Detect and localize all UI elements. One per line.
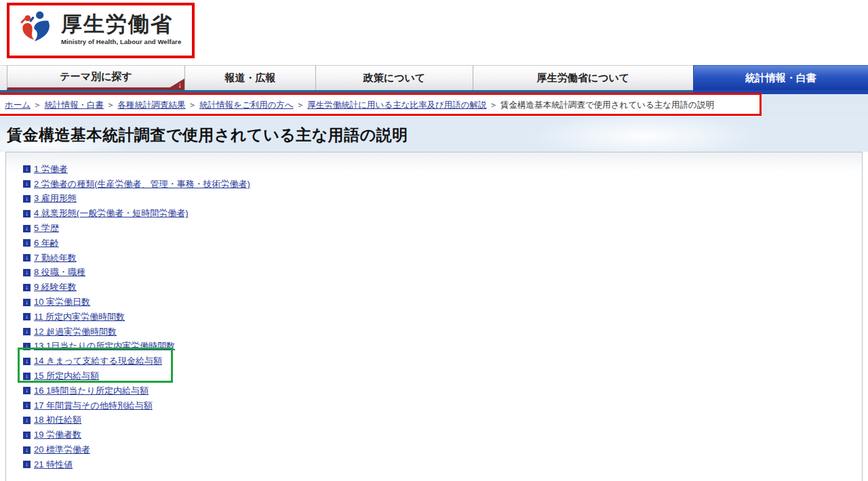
nav-tab-row: テーマ別に探す ↓ 報道・広報 ↓ 政策について ↓ [0,65,868,90]
term-link[interactable]: 19 労働者数 [34,429,81,441]
term-item: ↓ 4 就業形態(一般労働者・短時間労働者) [23,206,862,221]
nav-left-spacer [0,65,7,90]
term-item: ↓ 2 労働者の種類(生産労働者、管理・事務・技術労働者) [23,177,862,192]
anchor-down-icon: ↓ [23,210,31,217]
term-link[interactable]: 21 特性値 [34,459,73,471]
term-link[interactable]: 11 所定内実労働時間数 [34,311,125,323]
term-item: ↓ 13 1日当たりの所定内実労働時間数 [23,339,862,354]
term-item: ↓ 11 所定内実労働時間数 [23,310,862,325]
term-link[interactable]: 1 労働者 [34,163,68,175]
term-link[interactable]: 6 年齢 [34,237,59,249]
breadcrumb-separator: ＞ [33,100,42,111]
anchor-down-icon: ↓ [23,254,31,262]
breadcrumb-link[interactable]: 統計情報をご利用の方へ [199,100,294,111]
anchor-down-icon: ↓ [23,239,31,247]
terms-list: ↓ 1 労働者 ↓ 2 労働者の種類(生産労働者、管理・事務・技術労働者) ↓ … [23,162,862,472]
term-link[interactable]: 20 標準労働者 [34,444,90,456]
anchor-down-icon: ↓ [23,343,31,350]
anchor-down-icon: ↓ [23,446,31,454]
breadcrumb-separator: ＞ [189,100,197,111]
anchor-down-icon: ↓ [23,358,31,365]
cloud-decoration [529,117,760,152]
anchor-down-icon: ↓ [23,432,31,439]
nav-tab-label: 政策について [363,72,425,85]
anchor-down-icon: ↓ [23,417,31,424]
term-link[interactable]: 4 就業形態(一般労働者・短時間労働者) [34,207,189,219]
breadcrumb-link[interactable]: ホーム [5,100,31,111]
term-item: ↓ 18 初任給額 [23,413,862,428]
logo-title: 厚生労働省 [61,13,181,36]
anchor-down-icon: ↓ [23,373,31,380]
nav-tab[interactable]: テーマ別に探す ↓ [7,65,184,90]
anchor-down-icon: ↓ [23,313,31,320]
nav-tab-label: 厚生労働省について [537,72,629,85]
anchor-down-icon: ↓ [23,299,31,306]
term-item: ↓ 12 超過実労働時間数 [23,325,862,339]
term-link[interactable]: 7 勤続年数 [34,252,77,264]
term-link[interactable]: 5 学歴 [34,222,59,234]
anchor-down-icon: ↓ [23,461,31,468]
term-link[interactable]: 16 1時間当たり所定内給与額 [34,385,149,397]
term-item: ↓ 19 労働者数 [23,427,862,442]
site-header: 厚生労働省 Ministry of Health, Labour and Wel… [0,0,868,65]
breadcrumb-separator: ＞ [296,100,305,111]
anchor-down-icon: ↓ [23,225,31,232]
anchor-down-icon: ↓ [23,269,31,276]
title-band: 賃金構造基本統計調査で使用されている主な用語の説明 [0,117,868,152]
term-link[interactable]: 15 所定内給与額 [34,370,99,382]
term-item: ↓ 20 標準労働者 [23,442,862,457]
term-item: ↓ 17 年間賞与その他特別給与額 [23,398,862,413]
term-link[interactable]: 10 実労働日数 [34,296,90,308]
page-title: 賃金構造基本統計調査で使用されている主な用語の説明 [7,125,408,146]
breadcrumb-separator: ＞ [490,100,498,111]
anchor-down-icon: ↓ [23,328,31,335]
anchor-down-icon: ↓ [23,402,31,409]
anchor-down-icon: ↓ [23,180,31,188]
mhlw-logo[interactable]: 厚生労働省 Ministry of Health, Labour and Wel… [16,9,181,48]
term-item: ↓ 10 実労働日数 [23,295,862,310]
breadcrumb-band: ホーム ＞ 統計情報・白書 ＞ 各種統計調査結果 ＞ 統計情報をご利用の方へ ＞… [0,94,868,117]
breadcrumb-link[interactable]: 各種統計調査結果 [118,100,186,111]
term-link[interactable]: 2 労働者の種類(生産労働者、管理・事務・技術労働者) [34,178,250,190]
term-link[interactable]: 3 雇用形態 [34,192,77,205]
term-link[interactable]: 18 初任給額 [34,414,81,426]
term-item: ↓ 8 役職・職種 [23,266,862,280]
nav-tab[interactable]: 政策について ↓ [315,65,473,90]
anchor-down-icon: ↓ [23,195,31,203]
term-item: ↓ 1 労働者 [23,162,862,177]
global-nav: テーマ別に探す ↓ 報道・広報 ↓ 政策について ↓ [0,65,868,94]
content-panel: ↓ 1 労働者 ↓ 2 労働者の種類(生産労働者、管理・事務・技術労働者) ↓ … [5,152,863,481]
term-link[interactable]: 12 超過実労働時間数 [34,326,117,338]
anchor-down-icon: ↓ [23,387,31,394]
nav-tab-label: 報道・広報 [225,72,276,85]
term-link[interactable]: 13 1日当たりの所定内実労働時間数 [34,340,175,352]
nav-tab[interactable]: 統計情報・白書 ↓ [693,65,868,90]
nav-tab-label: 統計情報・白書 [745,72,816,85]
term-item: ↓ 14 きまって支給する現金給与額 [23,354,862,369]
term-item: ↓ 5 学歴 [23,221,862,236]
term-item: ↓ 7 勤続年数 [23,251,862,266]
breadcrumb-link[interactable]: 厚生労働統計に用いる主な比率及び用語の解説 [307,100,486,111]
nav-tab[interactable]: 厚生労働省について ↓ [473,65,693,90]
term-item: ↓ 6 年齢 [23,236,862,251]
term-item: ↓ 9 経験年数 [23,280,862,295]
nav-tab-label: テーマ別に探す [60,70,132,83]
term-link[interactable]: 14 きまって支給する現金給与額 [34,355,162,367]
breadcrumb-link: 賃金構造基本統計調査で使用されている主な用語の説明 [500,100,714,111]
anchor-down-icon: ↓ [23,284,31,291]
term-item: ↓ 16 1時間当たり所定内給与額 [23,383,862,398]
term-item: ↓ 15 所定内給与額 [23,369,862,383]
breadcrumb: ホーム ＞ 統計情報・白書 ＞ 各種統計調査結果 ＞ 統計情報をご利用の方へ ＞… [0,94,761,117]
term-item: ↓ 3 雇用形態 [23,192,862,207]
term-link[interactable]: 17 年間賞与その他特別給与額 [34,400,153,412]
nav-tab[interactable]: 報道・広報 ↓ [184,65,315,90]
breadcrumb-link[interactable]: 統計情報・白書 [45,100,104,111]
breadcrumb-separator: ＞ [106,100,115,111]
mhlw-logo-mark [16,9,54,48]
term-link[interactable]: 9 経験年数 [34,281,77,293]
anchor-down-icon: ↓ [23,165,31,173]
term-item: ↓ 21 特性値 [23,457,862,472]
logo-subtitle: Ministry of Health, Labour and Welfare [61,38,181,45]
term-link[interactable]: 8 役職・職種 [34,266,85,278]
